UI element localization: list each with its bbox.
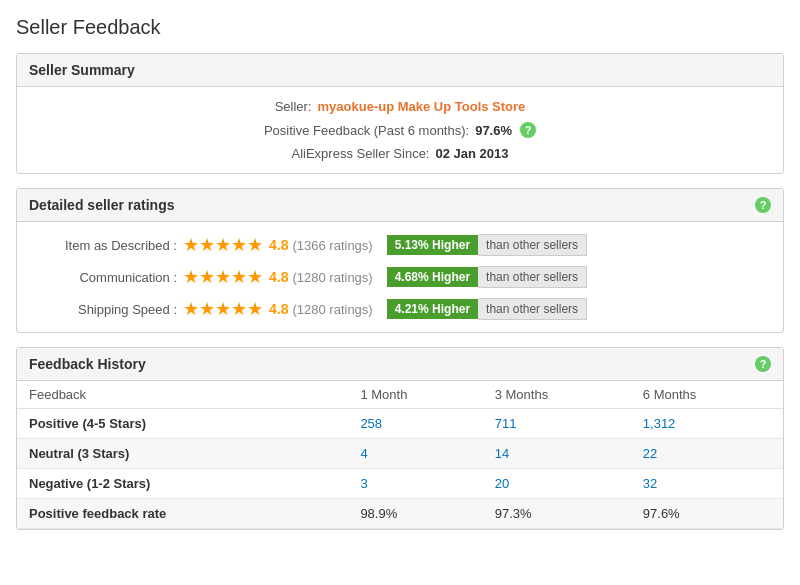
table-row: Positive (4-5 Stars)2587111,312 [17,409,783,439]
page-title: Seller Feedback [16,16,784,39]
comparison-bar: 5.13% Higher than other sellers [387,234,587,256]
star-icon: ★ [183,236,199,254]
feedback-table-body: Positive (4-5 Stars)2587111,312Neutral (… [17,409,783,529]
rating-score: 4.8 [269,301,288,317]
star-icon: ★ [215,300,231,318]
seller-link[interactable]: myaokue-up Make Up Tools Store [318,99,526,114]
feedback-category: Neutral (3 Stars) [17,439,352,469]
table-row: Negative (1-2 Stars)32032 [17,469,783,499]
than-others-label: than other sellers [478,234,587,256]
star-icon: ★ [231,236,247,254]
ratings-rows: Item as Described : ★ ★ ★ ★ ★ 4.8 (1366 … [37,234,763,320]
seller-summary-body: Seller: myaokue-up Make Up Tools Store P… [17,87,783,173]
feedback-value: 97.3% [487,499,635,529]
feedback-value: 98.9% [352,499,486,529]
table-column-header: 1 Month [352,381,486,409]
detailed-ratings-card: Detailed seller ratings ? Item as Descri… [16,188,784,333]
rating-count: (1366 ratings) [292,238,372,253]
stars-display: ★ ★ ★ ★ ★ [183,300,263,318]
table-column-header: 6 Months [635,381,783,409]
seller-summary-card: Seller Summary Seller: myaokue-up Make U… [16,53,784,174]
feedback-value: 711 [487,409,635,439]
star-icon: ★ [215,236,231,254]
rating-row: Communication : ★ ★ ★ ★ ★ 4.8 (1280 rati… [37,266,763,288]
star-icon: ★ [199,300,215,318]
feedback-history-title: Feedback History [29,356,146,372]
higher-badge: 4.68% Higher [387,267,478,287]
rating-label: Item as Described : [37,238,177,253]
detailed-ratings-help-icon[interactable]: ? [755,197,771,213]
star-icon: ★ [215,268,231,286]
stars-display: ★ ★ ★ ★ ★ [183,268,263,286]
seller-name-row: Seller: myaokue-up Make Up Tools Store [37,99,763,114]
feedback-value: 14 [487,439,635,469]
than-others-label: than other sellers [478,266,587,288]
rating-count: (1280 ratings) [292,302,372,317]
positive-feedback-help-icon[interactable]: ? [520,122,536,138]
feedback-value: 20 [487,469,635,499]
feedback-value: 1,312 [635,409,783,439]
comparison-bar: 4.68% Higher than other sellers [387,266,587,288]
feedback-history-body: Feedback1 Month3 Months6 Months Positive… [17,381,783,529]
star-icon: ★ [199,268,215,286]
feedback-category: Negative (1-2 Stars) [17,469,352,499]
feedback-value: 258 [352,409,486,439]
star-icon: ★ [231,268,247,286]
table-column-header: Feedback [17,381,352,409]
than-others-label: than other sellers [478,298,587,320]
aliexpress-since-label: AliExpress Seller Since: [291,146,429,161]
feedback-category: Positive (4-5 Stars) [17,409,352,439]
higher-badge: 4.21% Higher [387,299,478,319]
higher-badge: 5.13% Higher [387,235,478,255]
rating-label: Communication : [37,270,177,285]
rating-score: 4.8 [269,269,288,285]
star-icon: ★ [199,236,215,254]
detailed-ratings-title: Detailed seller ratings [29,197,175,213]
table-column-header: 3 Months [487,381,635,409]
star-icon: ★ [231,300,247,318]
aliexpress-since-value: 02 Jan 2013 [435,146,508,161]
star-icon: ★ [247,236,263,254]
rating-row: Shipping Speed : ★ ★ ★ ★ ★ 4.8 (1280 rat… [37,298,763,320]
feedback-value: 32 [635,469,783,499]
feedback-value: 97.6% [635,499,783,529]
detailed-ratings-header: Detailed seller ratings ? [17,189,783,222]
table-row: Positive feedback rate98.9%97.3%97.6% [17,499,783,529]
rating-label: Shipping Speed : [37,302,177,317]
feedback-value: 22 [635,439,783,469]
feedback-value: 4 [352,439,486,469]
star-icon: ★ [247,268,263,286]
table-header-row: Feedback1 Month3 Months6 Months [17,381,783,409]
seller-label: Seller: [275,99,312,114]
table-row: Neutral (3 Stars)41422 [17,439,783,469]
feedback-value: 3 [352,469,486,499]
positive-feedback-row: Positive Feedback (Past 6 months): 97.6%… [37,122,763,138]
feedback-category: Positive feedback rate [17,499,352,529]
comparison-bar: 4.21% Higher than other sellers [387,298,587,320]
star-icon: ★ [183,268,199,286]
seller-summary-header: Seller Summary [17,54,783,87]
positive-feedback-value: 97.6% [475,123,512,138]
feedback-table-head: Feedback1 Month3 Months6 Months [17,381,783,409]
rating-count: (1280 ratings) [292,270,372,285]
stars-display: ★ ★ ★ ★ ★ [183,236,263,254]
feedback-history-card: Feedback History ? Feedback1 Month3 Mont… [16,347,784,530]
feedback-history-help-icon[interactable]: ? [755,356,771,372]
star-icon: ★ [247,300,263,318]
rating-row: Item as Described : ★ ★ ★ ★ ★ 4.8 (1366 … [37,234,763,256]
seller-summary-title: Seller Summary [29,62,135,78]
aliexpress-since-row: AliExpress Seller Since: 02 Jan 2013 [37,146,763,161]
rating-score: 4.8 [269,237,288,253]
positive-feedback-label: Positive Feedback (Past 6 months): [264,123,469,138]
star-icon: ★ [183,300,199,318]
feedback-table: Feedback1 Month3 Months6 Months Positive… [17,381,783,529]
feedback-history-header: Feedback History ? [17,348,783,381]
detailed-ratings-body: Item as Described : ★ ★ ★ ★ ★ 4.8 (1366 … [17,222,783,332]
